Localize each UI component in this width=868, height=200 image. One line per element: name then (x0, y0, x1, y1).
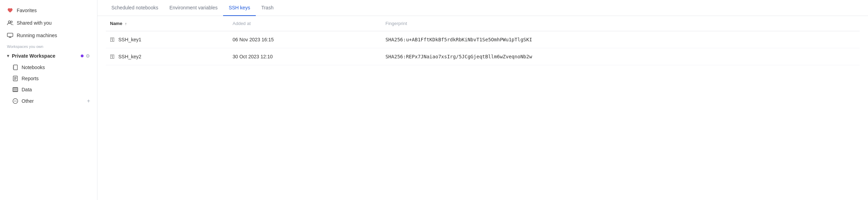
workspace-left: ▾ Private Workspace (7, 53, 55, 59)
add-other-icon[interactable]: + (87, 98, 90, 104)
workspace-dot (81, 55, 84, 57)
svg-point-9 (16, 101, 17, 101)
sidebar-item-data[interactable]: Data (1, 84, 96, 95)
svg-rect-2 (7, 33, 13, 37)
sidebar-item-running-label: Running machines (17, 33, 57, 38)
sidebar-item-favorites[interactable]: Favorites (1, 4, 96, 17)
col-header-fingerprint: Fingerprint (381, 16, 860, 31)
ssh-key-added-2: 30 Oct 2023 12:10 (228, 48, 381, 65)
data-icon (13, 87, 18, 92)
col-header-added-at: Added at (228, 16, 381, 31)
ssh-key-added-1: 06 Nov 2023 16:15 (228, 31, 381, 48)
heart-icon (7, 7, 13, 14)
workspace-name: Private Workspace (12, 53, 55, 59)
tab-scheduled[interactable]: Scheduled notebooks (106, 0, 164, 16)
key-icon: ⚿ (110, 54, 115, 59)
users-icon (7, 20, 13, 26)
sidebar-item-shared[interactable]: Shared with you (1, 17, 96, 29)
table-header-row: Name ↑ Added at Fingerprint (106, 16, 860, 31)
sidebar-item-reports[interactable]: Reports (1, 73, 96, 84)
workspaces-section-label: Workspaces you own (0, 42, 97, 50)
sidebar-item-notebooks[interactable]: Notebooks (1, 62, 96, 73)
tab-env[interactable]: Environment variables (164, 0, 223, 16)
private-workspace-item[interactable]: ▾ Private Workspace ⚙ (1, 50, 96, 62)
tab-ssh[interactable]: SSH keys (223, 0, 255, 16)
sort-arrow-icon: ↑ (125, 22, 127, 26)
table-row: ⚿ SSH_key2 30 Oct 2023 12:10 SHA256:REPx… (106, 48, 860, 65)
sidebar-item-other-label: Other (22, 98, 34, 104)
svg-point-8 (15, 101, 16, 101)
sidebar-item-notebooks-label: Notebooks (22, 65, 45, 70)
col-header-name[interactable]: Name ↑ (106, 16, 228, 31)
table-row: ⚿ SSH_key1 06 Nov 2023 16:15 SHA256:u+AB… (106, 31, 860, 48)
sidebar-item-running[interactable]: Running machines (1, 29, 96, 42)
gear-icon[interactable]: ⚙ (86, 53, 90, 59)
sidebar-item-favorites-label: Favorites (17, 8, 37, 13)
svg-point-7 (14, 101, 15, 101)
tab-trash[interactable]: Trash (256, 0, 279, 16)
reports-icon (13, 76, 18, 81)
svg-point-1 (11, 21, 13, 23)
ssh-keys-table: Name ↑ Added at Fingerprint ⚿ (106, 16, 860, 65)
ssh-keys-table-area: Name ↑ Added at Fingerprint ⚿ (97, 16, 868, 200)
notebook-icon (13, 65, 18, 70)
sidebar-item-reports-label: Reports (22, 76, 39, 81)
sidebar: Favorites Shared with you Running machin… (0, 0, 97, 200)
ssh-key-fingerprint-1: SHA256:u+AB1FftKDkBf5rdkRbKiNbvT1Se5OmhP… (381, 31, 860, 48)
sidebar-item-shared-label: Shared with you (17, 20, 52, 26)
other-left: Other (13, 98, 34, 104)
workspace-right: ⚙ (81, 53, 90, 59)
sidebar-item-data-label: Data (22, 87, 32, 92)
ssh-key-name-2: ⚿ SSH_key2 (106, 48, 228, 65)
chevron-down-icon: ▾ (7, 53, 9, 58)
ssh-key-name-1: ⚿ SSH_key1 (106, 31, 228, 48)
other-icon (13, 98, 18, 104)
sidebar-item-other[interactable]: Other + (1, 95, 96, 107)
svg-point-0 (8, 21, 10, 23)
main-content: Scheduled notebooks Environment variable… (97, 0, 868, 200)
tabs-bar: Scheduled notebooks Environment variable… (97, 0, 868, 16)
key-icon: ⚿ (110, 37, 115, 42)
svg-rect-3 (14, 65, 17, 70)
monitor-icon (7, 32, 13, 39)
ssh-key-fingerprint-2: SHA256:REPx7JNaiao7xsIrg/5JCgGjeqtBllm6w… (381, 48, 860, 65)
